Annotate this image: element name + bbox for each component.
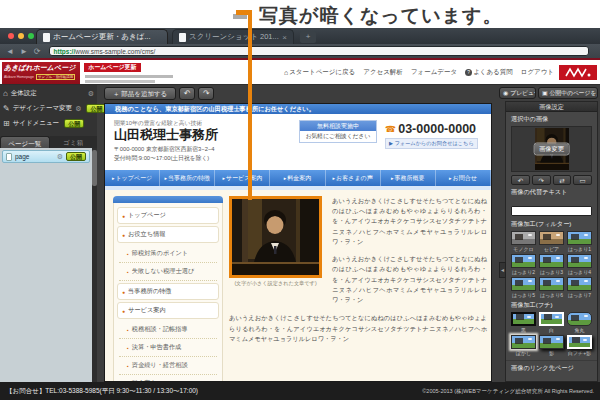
site-nav-item[interactable]: ▸ 当事務所の特徴 — [160, 170, 215, 186]
side-menu-item[interactable]: ▪ 税務相談・記帳指導 — [119, 321, 217, 339]
site-nav-item[interactable]: ▸ お問合せ — [436, 170, 491, 186]
browser-tab-inactive[interactable]: スクリーンショット 201... × — [172, 29, 294, 44]
sidebar-item[interactable]: ✎ デザインテーマ変更 ⚙ 公開 — [3, 102, 94, 115]
side-menu-item[interactable]: ● サービス案内 — [117, 302, 219, 319]
side-menu-item[interactable]: ▪ 料金案内 — [119, 375, 217, 382]
tab-close-icon[interactable]: × — [282, 33, 287, 42]
gear-icon[interactable]: ⚙ — [75, 105, 81, 113]
filter-label: はっきり1 — [567, 246, 592, 252]
border-option[interactable]: 影 — [539, 335, 564, 356]
header-menu-item[interactable]: ? よくある質問 — [465, 68, 513, 77]
filter-option[interactable]: はっきり7 — [567, 277, 592, 298]
side-menu-item[interactable]: ▪ 資金繰り・経営相談 — [119, 357, 217, 375]
filter-label: はっきり3 — [539, 269, 564, 275]
site-nav-item[interactable]: ▸ 料金案内 — [270, 170, 325, 186]
alt-text-input[interactable] — [511, 206, 592, 216]
sidebar-item[interactable]: ⊞ サイドメニュー 公開 — [3, 117, 94, 130]
header-menu-item[interactable]: フォームデータ — [411, 68, 457, 77]
sidebar-item-icon: ⊞ — [3, 119, 10, 128]
tab-favicon — [43, 33, 50, 42]
page-list-item-selected[interactable]: page ⚙ 公開 — [2, 150, 90, 163]
form-inquiry-link[interactable]: ▶ フォームからのお問合せはこちら — [385, 138, 478, 149]
filter-option[interactable]: はっきり2 — [511, 254, 536, 275]
publish-button[interactable]: 公開 — [66, 152, 86, 161]
filter-option[interactable]: セピア — [539, 231, 564, 252]
header-menu-item[interactable]: アクセス解析 — [363, 68, 403, 77]
site-content: ● トップページ ● お役立ち情報 ▪ 節税対策のポイント ▪ — [105, 190, 491, 382]
filter-label: セピア — [539, 246, 564, 252]
filter-option[interactable]: はっきり3 — [539, 254, 564, 275]
rotate-right-icon[interactable]: ↷ — [532, 175, 551, 185]
site-nav-item[interactable]: ▸ サービス案内 — [215, 170, 270, 186]
filter-thumbnail — [539, 231, 564, 245]
bullet-icon: ● — [122, 232, 125, 238]
right-panel: ◉ プレビュー ▣ 公開中のページを見る ◂ 画像設定 選択中の画像 — [497, 85, 600, 382]
nav-item-label: お客さまの声 — [336, 174, 373, 183]
sidebar-item[interactable]: ⌂ 全体設定 ⚙ — [3, 87, 94, 100]
filter-option[interactable]: はっきり1 — [567, 231, 592, 252]
site-nav-item[interactable]: ▸ お客さまの声 — [326, 170, 381, 186]
side-menu-item[interactable]: ● お役立ち情報 — [117, 226, 219, 243]
new-tab-button[interactable]: + — [300, 31, 316, 43]
address-input[interactable]: https://www.sms-sample.com/cms/ — [49, 46, 589, 56]
close-window-icon[interactable] — [8, 33, 14, 39]
filter-option[interactable]: はっきり5 — [511, 277, 536, 298]
nav-arrow-icon: ▸ — [449, 175, 452, 181]
side-menu-item[interactable]: ● トップページ — [117, 207, 219, 224]
left-sidebar: ⌂ 全体設定 ⚙ ✎ デザインテーマ変更 ⚙ 公開 ⊞ サイドメニュー 公開 — [0, 85, 97, 382]
change-image-button[interactable]: 画像変更 — [533, 143, 570, 156]
border-option[interactable]: 白フチ+影 — [567, 335, 592, 356]
header-menu-item[interactable]: ログアウト — [521, 68, 554, 77]
preview-button[interactable]: ◉ プレビュー — [499, 87, 536, 99]
zoom-window-icon[interactable] — [28, 33, 34, 39]
photo-block[interactable]: (文字が小さく設定された文章です) — [229, 196, 326, 305]
filter-label: はっきり5 — [511, 292, 536, 298]
editor-toolbar: ＋ 部品を追加する ↶ ↷ — [97, 85, 497, 100]
panel-collapse-handle[interactable]: ◂ — [499, 262, 506, 278]
redo-icon[interactable]: ↷ — [198, 87, 214, 100]
body-paragraph: あいうえおかきくけこさしすせそたちつてとなにぬねのはひふへほまみむめもやゃゆょよ… — [332, 254, 487, 305]
bullet-icon: ● — [122, 289, 125, 295]
border-option[interactable]: 角丸 — [567, 312, 592, 333]
back-icon[interactable]: ◄ — [6, 47, 14, 56]
side-menu-item[interactable]: ▪ 決算・申告書作成 — [119, 339, 217, 357]
site-nav-item[interactable]: ▸ トップページ — [105, 170, 160, 186]
highlighted-dark-photo[interactable] — [229, 196, 322, 278]
window-controls[interactable] — [8, 33, 34, 39]
menu-item-icon: ⌂ — [284, 69, 288, 76]
menu-item-label: フォームデータ — [411, 68, 457, 77]
gear-icon[interactable]: ⚙ — [57, 153, 63, 161]
view-published-button[interactable]: ▣ 公開中のページを見る — [538, 87, 598, 99]
publish-button[interactable]: 公開 — [64, 119, 84, 128]
preview-button-label: プレビュー — [510, 88, 536, 98]
phone-icon: ☎ — [385, 124, 396, 134]
reload-icon[interactable]: ⟳ — [34, 47, 41, 56]
border-thumbnail — [511, 335, 536, 349]
fit-screen-icon[interactable]: ▭ — [573, 175, 592, 185]
side-menu-item[interactable]: ● 当事務所の特徴 — [117, 283, 219, 300]
filter-option[interactable]: はっきり4 — [567, 254, 592, 275]
add-part-button[interactable]: ＋ 部品を追加する — [104, 87, 176, 100]
filter-option[interactable]: はっきり6 — [539, 277, 564, 298]
side-menu-item[interactable]: ▪ 失敗しない税理士選び — [119, 263, 217, 281]
header-menu-item[interactable]: ⌂ スタートページに戻る — [284, 68, 355, 77]
gear-icon[interactable]: ⚙ — [88, 90, 94, 98]
rotate-left-icon[interactable]: ↶ — [511, 175, 530, 185]
flip-icon[interactable]: ⇄ — [553, 175, 572, 185]
minimize-window-icon[interactable] — [18, 33, 24, 39]
filter-thumbnail — [567, 231, 592, 245]
border-label: 白 — [539, 327, 564, 333]
side-menu-item[interactable]: ▪ 節税対策のポイント — [119, 245, 217, 263]
filter-label: はっきり7 — [567, 292, 592, 298]
monitor-icon: ▣ — [542, 88, 548, 98]
border-option[interactable]: ぼかし — [511, 335, 536, 356]
alt-text-label: 画像の代替テキスト — [511, 188, 592, 197]
browser-tab-active[interactable]: ホームページ更新・あきば... — [36, 29, 168, 44]
site-nav-item[interactable]: ▸ 事務所概要 — [381, 170, 436, 186]
border-option[interactable]: 白 — [539, 312, 564, 333]
forward-icon[interactable]: ► — [20, 47, 28, 56]
undo-icon[interactable]: ↶ — [179, 87, 195, 100]
filter-option[interactable]: モノクロ — [511, 231, 536, 252]
side-menu-item-label: お役立ち情報 — [128, 230, 165, 239]
border-option[interactable]: 黒 — [511, 312, 536, 333]
